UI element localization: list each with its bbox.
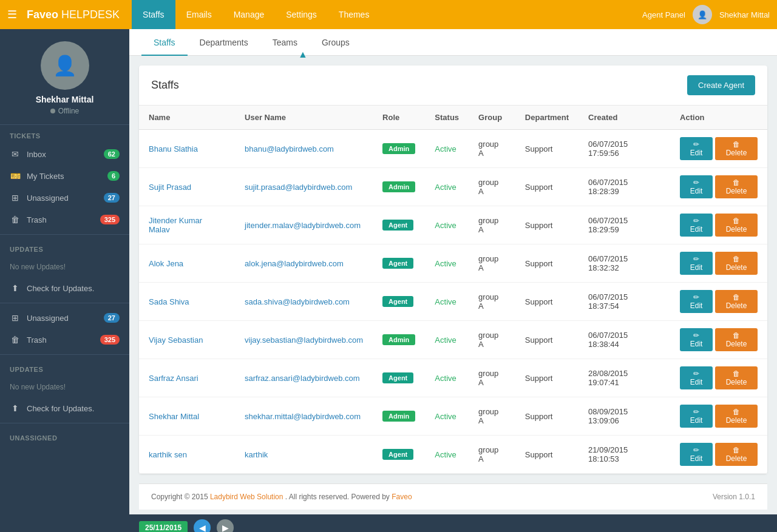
cell-status: Active — [425, 206, 469, 244]
sidebar-item-trash-2[interactable]: 🗑 Trash 325 — [0, 329, 129, 351]
delete-button[interactable]: 🗑 Delete — [715, 405, 758, 428]
create-agent-button[interactable]: Create Agent — [687, 75, 755, 95]
sidebar-item-unassigned-2[interactable]: ⊞ Unassigned 27 — [0, 307, 129, 329]
tab-departments[interactable]: Departments — [188, 29, 260, 56]
nav-themes[interactable]: Themes — [328, 0, 381, 29]
status-badge: Active — [435, 450, 456, 459]
staff-name-link[interactable]: Sarfraz Ansari — [149, 374, 198, 383]
col-username: User Name — [235, 106, 373, 130]
cell-name: karthik sen — [139, 436, 235, 474]
delete-button[interactable]: 🗑 Delete — [715, 175, 758, 198]
delete-button[interactable]: 🗑 Delete — [715, 137, 758, 160]
bottom-nav-prev-button[interactable]: ◀ — [194, 519, 211, 532]
my-tickets-icon: 🎫 — [10, 171, 21, 181]
cell-department: Support — [515, 397, 579, 436]
staff-name-link[interactable]: Sujit Prasad — [149, 183, 191, 192]
hamburger-icon[interactable]: ☰ — [7, 8, 17, 21]
sidebar-item-inbox[interactable]: ✉ Inbox 62 — [0, 143, 129, 165]
cell-status: Active — [425, 168, 469, 206]
staff-email-link[interactable]: sarfraz.ansari@ladybirdweb.com — [245, 374, 360, 383]
edit-button[interactable]: ✏ Edit — [680, 175, 713, 198]
cell-created: 06/07/2015 18:32:32 — [579, 244, 670, 283]
top-right-area: Agent Panel 👤 Shekhar Mittal — [642, 5, 770, 24]
brand-logo: Faveo HELPDESK — [27, 8, 120, 21]
staff-email-link[interactable]: bhanu@ladybirdweb.com — [245, 144, 334, 153]
edit-button[interactable]: ✏ Edit — [680, 137, 713, 160]
inbox-badge: 62 — [104, 149, 120, 159]
my-tickets-label: My Tickets — [27, 172, 64, 181]
delete-button[interactable]: 🗑 Delete — [715, 252, 758, 275]
unassigned3-section-label: UNASSIGNED — [0, 427, 129, 445]
nav-staffs[interactable]: Staffs — [132, 0, 175, 29]
company-link[interactable]: Ladybird Web Solution — [210, 493, 283, 501]
sidebar-item-check-updates[interactable]: ⬆ Check for Updates. — [0, 277, 129, 299]
staff-name-link[interactable]: Shekhar Mittal — [149, 412, 199, 421]
cell-status: Active — [425, 321, 469, 359]
cell-created: 06/07/2015 18:28:39 — [579, 168, 670, 206]
staff-email-link[interactable]: sujit.prasad@ladybirdweb.com — [245, 183, 352, 192]
cell-status: Active — [425, 130, 469, 168]
cell-created: 06/07/2015 18:38:44 — [579, 321, 670, 359]
nav-emails[interactable]: Emails — [175, 0, 223, 29]
col-status: Status — [425, 106, 469, 130]
cell-group: group A — [469, 283, 515, 321]
action-buttons: ✏ Edit 🗑 Delete — [680, 290, 758, 313]
cell-role: Admin — [373, 321, 425, 359]
cell-role: Admin — [373, 168, 425, 206]
cell-role: Agent — [373, 283, 425, 321]
edit-button[interactable]: ✏ Edit — [680, 328, 713, 351]
sidebar-item-my-tickets[interactable]: 🎫 My Tickets 6 — [0, 165, 129, 187]
delete-button[interactable]: 🗑 Delete — [715, 443, 758, 466]
cell-name: Sada Shiva — [139, 283, 235, 321]
staff-email-link[interactable]: sada.shiva@ladybirdweb.com — [245, 297, 350, 306]
staff-table: Name User Name Role Status Group Departm… — [139, 106, 767, 474]
staff-name-link[interactable]: karthik sen — [149, 450, 187, 459]
cell-department: Support — [515, 359, 579, 397]
edit-button[interactable]: ✏ Edit — [680, 214, 713, 237]
edit-button[interactable]: ✏ Edit — [680, 443, 713, 466]
delete-button[interactable]: 🗑 Delete — [715, 290, 758, 313]
staff-email-link[interactable]: shekhar.mittal@ladybirdweb.com — [245, 412, 361, 421]
agent-panel-button[interactable]: Agent Panel — [642, 10, 685, 19]
edit-button[interactable]: ✏ Edit — [680, 290, 713, 313]
staff-email-link[interactable]: vijay.sebastian@ladybirdweb.com — [245, 335, 363, 345]
role-badge: Agent — [382, 258, 413, 269]
tab-staffs[interactable]: Staffs — [141, 29, 188, 56]
status-badge: Active — [435, 335, 456, 345]
delete-button[interactable]: 🗑 Delete — [715, 214, 758, 237]
staff-name-link[interactable]: Vijay Sebastian — [149, 335, 203, 345]
powered-by-link[interactable]: Faveo — [392, 493, 412, 501]
delete-button[interactable]: 🗑 Delete — [715, 328, 758, 351]
status-badge: Active — [435, 412, 456, 421]
staff-name-link[interactable]: Sada Shiva — [149, 297, 189, 306]
delete-button[interactable]: 🗑 Delete — [715, 366, 758, 389]
staff-name-link[interactable]: Alok Jena — [149, 259, 183, 268]
sidebar-item-check-updates-2[interactable]: ⬆ Check for Updates. — [0, 397, 129, 419]
tab-groups[interactable]: Groups — [310, 29, 362, 56]
sidebar-item-unassigned[interactable]: ⊞ Unassigned 27 — [0, 187, 129, 209]
status-badge: Active — [435, 144, 456, 153]
cell-name: Shekhar Mittal — [139, 397, 235, 436]
nav-settings[interactable]: Settings — [275, 0, 328, 29]
staff-name-link[interactable]: Bhanu Slathia — [149, 144, 198, 153]
nav-manage[interactable]: Manage — [223, 0, 276, 29]
sidebar-divider-3 — [0, 354, 129, 355]
edit-button[interactable]: ✏ Edit — [680, 252, 713, 275]
edit-button[interactable]: ✏ Edit — [680, 405, 713, 428]
trash2-icon: 🗑 — [10, 335, 21, 345]
staff-email-link[interactable]: alok.jena@ladybirdweb.com — [245, 259, 344, 268]
staff-email-link[interactable]: jitender.malav@ladybirdweb.com — [245, 221, 361, 230]
staff-email-link[interactable]: karthik — [245, 450, 268, 459]
bottom-nav-next-button[interactable]: ▶ — [217, 519, 234, 532]
role-badge: Agent — [382, 220, 413, 231]
cell-created: 06/07/2015 18:37:54 — [579, 283, 670, 321]
cell-email: alok.jena@ladybirdweb.com — [235, 244, 373, 283]
top-navigation: ☰ Faveo HELPDESK Staffs Emails Manage Se… — [0, 0, 777, 29]
panel-header: Staffs Create Agent — [139, 66, 767, 106]
sidebar-item-trash[interactable]: 🗑 Trash 325 — [0, 209, 129, 231]
update2-icon: ⬆ — [10, 403, 21, 413]
edit-button[interactable]: ✏ Edit — [680, 366, 713, 389]
content-panel: Staffs Create Agent Name User Name Role … — [139, 66, 767, 474]
sidebar-divider-4 — [0, 423, 129, 423]
staff-name-link[interactable]: Jitender Kumar Malav — [149, 216, 202, 234]
